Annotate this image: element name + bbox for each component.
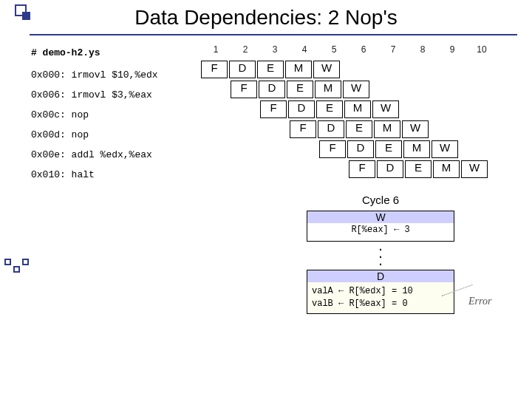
pipeline-cell: D	[318, 120, 344, 138]
pipeline-cell: D	[259, 81, 285, 98]
pipeline-row: FDEMW	[201, 61, 489, 81]
pipeline-cell: W	[372, 100, 399, 118]
stage-d-header: D	[307, 270, 454, 282]
code-listing: 0x000: irmovl $10,%edx0x006: irmovl $3,%…	[31, 65, 158, 185]
stage-box-w: W R[%eax] ← 3	[307, 211, 454, 242]
cycle-number: 9	[437, 44, 467, 55]
stage-d-line2: valB ← R[%eax] = 0	[312, 298, 449, 310]
pipeline-cell: E	[257, 61, 284, 78]
pipeline-row: FDEMW	[260, 100, 489, 120]
code-line: 0x00e: addl %edx,%eax	[31, 145, 158, 165]
decor-left-2	[13, 266, 20, 273]
pipeline-cell: F	[319, 140, 346, 158]
cycle-header-row: 12345678910	[201, 44, 497, 55]
cycle-number: 10	[467, 44, 497, 55]
cycle-number: 8	[408, 44, 437, 55]
pipeline-cell: E	[346, 120, 372, 138]
pipeline-cell: F	[231, 81, 257, 98]
cycle-number: 4	[290, 44, 319, 55]
stage-box-d: D valA ← R[%edx] = 10 valB ← R[%eax] = 0	[307, 270, 454, 314]
code-line: 0x00c: nop	[31, 105, 158, 125]
pipeline-cell: M	[403, 140, 430, 158]
pipeline-cell: E	[287, 81, 313, 98]
stage-d-body: valA ← R[%edx] = 10 valB ← R[%eax] = 0	[307, 282, 454, 313]
pipeline-cell: F	[349, 160, 375, 178]
pipeline-row: FDEMW	[319, 140, 489, 160]
cycle-number: 6	[349, 44, 378, 55]
pipeline-cell: E	[316, 100, 343, 118]
pipeline-cell: M	[344, 100, 371, 118]
decor-left-3	[22, 259, 29, 265]
pipeline-cell: D	[347, 140, 374, 158]
cycle-number: 5	[319, 44, 349, 55]
cycle-label: Cycle 6	[296, 194, 466, 206]
pipeline-cell: E	[405, 160, 432, 178]
cycle-detail: Cycle 6 W R[%eax] ← 3 ··· D valA ← R[%ed…	[296, 194, 466, 314]
stage-d-line1: valA ← R[%edx] = 10	[312, 285, 449, 298]
code-line: 0x000: irmovl $10,%edx	[31, 65, 158, 85]
stage-w-header: W	[307, 211, 454, 223]
pipeline-cell: F	[260, 100, 287, 118]
code-line: 0x006: irmovl $3,%eax	[31, 85, 158, 105]
pipeline-cell: F	[201, 61, 228, 78]
pipeline-cell: W	[313, 61, 340, 78]
pipeline-cell: M	[374, 120, 400, 138]
pipeline-cell: M	[285, 61, 312, 78]
decor-left-1	[4, 259, 11, 265]
pipeline-cell: W	[402, 120, 429, 138]
pipeline-cell: W	[343, 81, 369, 98]
error-label: Error	[468, 296, 491, 307]
pipeline-cell: M	[315, 81, 341, 98]
pipeline-row: FDEMW	[349, 160, 489, 180]
pipeline-row: FDEMW	[231, 81, 489, 100]
pipeline-grid: FDEMWFDEMWFDEMWFDEMWFDEMWFDEMW	[201, 61, 489, 180]
pipeline-cell: D	[229, 61, 256, 78]
pipeline-cell: D	[288, 100, 315, 118]
pipeline-cell: W	[432, 140, 458, 158]
pipeline-cell: F	[290, 120, 316, 138]
pipeline-cell: M	[433, 160, 460, 178]
pipeline-cell: E	[375, 140, 402, 158]
pipeline-cell: D	[377, 160, 403, 178]
code-line: 0x010: halt	[31, 165, 158, 185]
ellipsis-icon: ···	[296, 245, 466, 267]
cycle-number: 2	[231, 44, 260, 55]
stage-w-body: R[%eax] ← 3	[307, 223, 454, 235]
code-line: 0x00d: nop	[31, 125, 158, 145]
cycle-number: 1	[201, 44, 231, 55]
page-title: Data Dependencies: 2 Nop's	[0, 6, 532, 30]
pipeline-row: FDEMW	[290, 120, 489, 140]
pipeline-cell: W	[461, 160, 488, 178]
cycle-number: 7	[378, 44, 408, 55]
cycle-number: 3	[260, 44, 290, 55]
demo-file-label: # demo-h2.ys	[31, 47, 100, 58]
title-underline	[30, 34, 517, 35]
